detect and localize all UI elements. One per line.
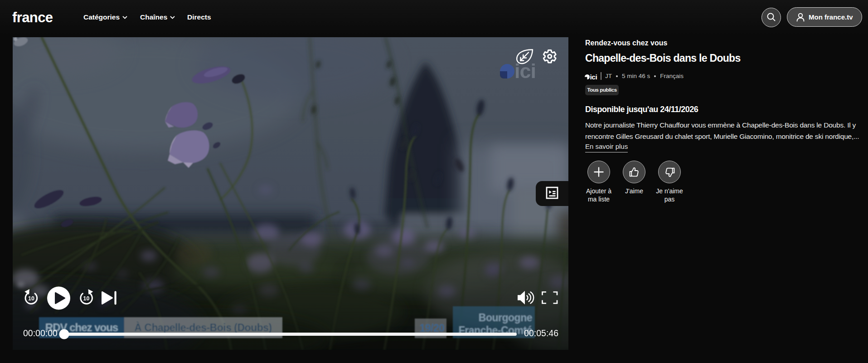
svg-text:00:05:46: 00:05:46 bbox=[524, 328, 558, 338]
svg-text:10: 10 bbox=[83, 295, 90, 302]
svg-text:ici: ici bbox=[514, 59, 536, 83]
svg-text:10: 10 bbox=[28, 295, 34, 302]
svg-text:ici: ici bbox=[590, 73, 597, 80]
svg-text:00:00:00: 00:00:00 bbox=[23, 328, 58, 338]
